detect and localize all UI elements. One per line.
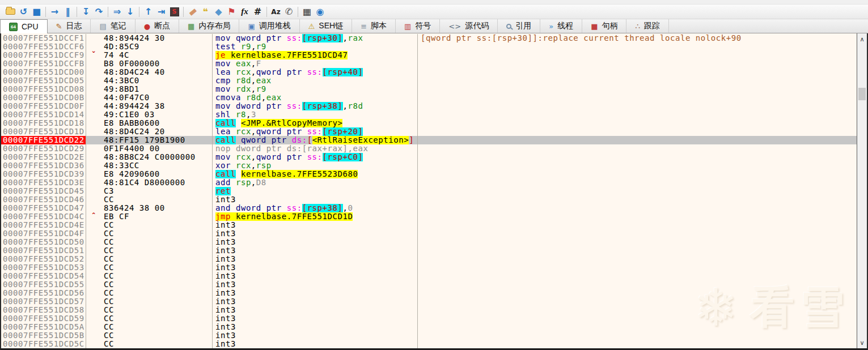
address-cell[interactable]: 00007FFE551DCD4E: [1, 221, 86, 229]
instruction-cell[interactable]: mov dword ptr ss:[rsp+38],r8d: [213, 102, 418, 110]
disasm-row[interactable]: 00007FFE551DCCFBB8 0F000000mov eax,F: [1, 59, 857, 68]
comment-cell[interactable]: [qword ptr ss:[rsp+30]]:replace_current_…: [418, 34, 857, 42]
help-online-icon[interactable]: ◉: [314, 6, 327, 18]
bytes-cell[interactable]: 4D:85C9: [104, 42, 213, 51]
disasm-row[interactable]: 00007FFE551DCD1449:C1E0 03shl r8,3: [1, 110, 857, 119]
bytes-cell[interactable]: 48:8D4C24 40: [104, 68, 213, 76]
address-cell[interactable]: 00007FFE551DCD57: [1, 297, 86, 306]
instruction-cell[interactable]: jmp kernelbase.7FFE551DCD1D: [213, 212, 418, 221]
address-cell[interactable]: 00007FFE551DCD55: [1, 280, 86, 289]
bytes-cell[interactable]: CC: [104, 323, 213, 331]
address-cell[interactable]: 00007FFE551DCD3E: [1, 178, 86, 187]
instruction-cell[interactable]: int3: [213, 297, 418, 306]
disasm-row[interactable]: 00007FFE551DCCF148:894424 30mov qword pt…: [1, 34, 857, 42]
comment-cell[interactable]: [418, 314, 857, 323]
instruction-cell[interactable]: je kernelbase.7FFE551DCD47: [213, 51, 418, 59]
address-cell-breakpoint[interactable]: 00007FFE551DCD22: [1, 136, 86, 144]
address-cell[interactable]: 00007FFE551DCD08: [1, 85, 86, 93]
comment-cell[interactable]: [418, 255, 857, 263]
bytes-cell[interactable]: CC: [104, 238, 213, 246]
bytes-cell[interactable]: EB CF: [104, 212, 213, 221]
comment-cell[interactable]: [418, 246, 857, 255]
disasm-row[interactable]: 00007FFE551DCD47836424 38 00and dword pt…: [1, 204, 857, 212]
bytes-cell[interactable]: CC: [104, 297, 213, 306]
address-cell[interactable]: 00007FFE551DCD54: [1, 272, 86, 280]
disasm-row[interactable]: 00007FFE551DCD4ECCint3: [1, 221, 857, 229]
disasm-row[interactable]: 00007FFE551DCD1D48:8D4C24 20lea rcx,qwor…: [1, 127, 857, 136]
instruction-cell[interactable]: call <JMP.&RtlCopyMemory>: [213, 119, 418, 127]
run-to-user-code-icon[interactable]: ⇥: [155, 6, 168, 18]
step-into-icon[interactable]: ↧: [79, 6, 92, 18]
address-cell[interactable]: 00007FFE551DCD05: [1, 76, 86, 85]
comment-cell[interactable]: [418, 59, 857, 68]
comment-cell[interactable]: [418, 102, 857, 110]
step-out-icon[interactable]: ↑: [142, 6, 155, 18]
comment-cell[interactable]: [418, 93, 857, 102]
instruction-cell[interactable]: call kernelbase.7FFE5523D680: [213, 170, 418, 178]
instruction-cell[interactable]: int3: [213, 314, 418, 323]
address-cell[interactable]: 00007FFE551DCD4C: [1, 212, 86, 221]
run-to-selection-icon[interactable]: ↓: [124, 6, 137, 18]
bytes-cell[interactable]: 44:3BC0: [104, 76, 213, 85]
bytes-cell[interactable]: CC: [104, 195, 213, 204]
bytes-cell[interactable]: 44:894424 38: [104, 102, 213, 110]
address-cell[interactable]: 00007FFE551DCD00: [1, 68, 86, 76]
instruction-cell[interactable]: int3: [213, 221, 418, 229]
bytes-cell[interactable]: CC: [104, 280, 213, 289]
instruction-cell[interactable]: int3: [213, 306, 418, 314]
disasm-row[interactable]: 00007FFE551DCD3E48:81C4 D8000000add rsp,…: [1, 178, 857, 187]
disasm-row[interactable]: 00007FFE551DCD0048:8D4C24 40lea rcx,qwor…: [1, 68, 857, 76]
instruction-cell[interactable]: int3: [213, 238, 418, 246]
instruction-cell[interactable]: call qword ptr ds:[<RtlRaiseException>]: [213, 136, 418, 144]
bytes-cell[interactable]: CC: [104, 340, 213, 348]
disasm-row[interactable]: 00007FFE551DCD45C3ret: [1, 187, 857, 195]
bytes-cell[interactable]: 48:81C4 D8000000: [104, 178, 213, 187]
address-cell[interactable]: 00007FFE551DCD18: [1, 119, 86, 127]
instruction-cell[interactable]: and dword ptr ss:[rsp+38],0: [213, 204, 418, 212]
disasm-row[interactable]: 00007FFE551DCD290F1F4400 00nop dword ptr…: [1, 144, 857, 153]
disasm-row[interactable]: 00007FFE551DCD46CCint3: [1, 195, 857, 204]
bytes-cell[interactable]: B8 0F000000: [104, 59, 213, 68]
comment-cell[interactable]: [418, 289, 857, 297]
restart-icon[interactable]: ↺: [17, 6, 30, 18]
address-cell[interactable]: 00007FFE551DCD51: [1, 246, 86, 255]
address-cell[interactable]: 00007FFE551DCD45: [1, 187, 86, 195]
instruction-cell[interactable]: lea rcx,qword ptr ss:[rsp+40]: [213, 68, 418, 76]
menu-items[interactable]: 文件(F) 视图(V) 调试(D) 跟踪(T) 插件(P) 收藏夹(B) 选项(…: [12, 3, 254, 4]
instruction-cell[interactable]: cmova r8d,eax: [213, 93, 418, 102]
instruction-cell[interactable]: lea rcx,qword ptr ss:[rsp+20]: [213, 127, 418, 136]
comment-cell[interactable]: [418, 153, 857, 161]
comment-cell[interactable]: [418, 85, 857, 93]
instruction-cell[interactable]: test r9,r9: [213, 42, 418, 51]
disasm-row[interactable]: 00007FFE551DCD2E48:8B8C24 C0000000mov rc…: [1, 153, 857, 161]
instruction-cell[interactable]: int3: [213, 255, 418, 263]
pause-icon[interactable]: ‖: [61, 6, 74, 18]
bytes-cell[interactable]: CC: [104, 331, 213, 340]
bytes-cell[interactable]: C3: [104, 187, 213, 195]
address-cell[interactable]: 00007FFE551DCD5A: [1, 323, 86, 331]
attach-icon[interactable]: ✆: [282, 6, 295, 18]
comment-cell[interactable]: [418, 306, 857, 314]
address-cell[interactable]: 00007FFE551DCD14: [1, 110, 86, 119]
disasm-row[interactable]: 00007FFE551DCD57CCint3: [1, 297, 857, 306]
vertical-scrollbar[interactable]: ∧ ∨: [857, 33, 867, 348]
instruction-cell[interactable]: mov eax,F: [213, 59, 418, 68]
tab-seh-chain[interactable]: ⚠SEH链: [300, 19, 352, 33]
comment-cell[interactable]: [418, 238, 857, 246]
bytes-cell[interactable]: CC: [104, 306, 213, 314]
bytes-cell[interactable]: 44:0F47C0: [104, 93, 213, 102]
address-cell[interactable]: 00007FFE551DCD0F: [1, 102, 86, 110]
address-cell[interactable]: 00007FFE551DCD4F: [1, 229, 86, 238]
comment-cell[interactable]: [418, 212, 857, 221]
instruction-cell[interactable]: shl r8,3: [213, 110, 418, 119]
tab-handles[interactable]: ■句柄: [582, 19, 626, 33]
disasm-row[interactable]: 00007FFE551DCD51CCint3: [1, 246, 857, 255]
bookmarks-icon[interactable]: ⚑: [225, 6, 238, 18]
instruction-cell[interactable]: xor rcx,rsp: [213, 161, 418, 170]
instruction-cell[interactable]: int3: [213, 272, 418, 280]
disasm-row[interactable]: 00007FFE551DCD5CCCint3: [1, 340, 857, 348]
bytes-cell[interactable]: 49:8BD1: [104, 85, 213, 93]
disasm-row[interactable]: 00007FFE551DCD59CCint3: [1, 314, 857, 323]
comment-cell[interactable]: [418, 170, 857, 178]
tab-breakpoints[interactable]: ●断点: [136, 19, 179, 33]
